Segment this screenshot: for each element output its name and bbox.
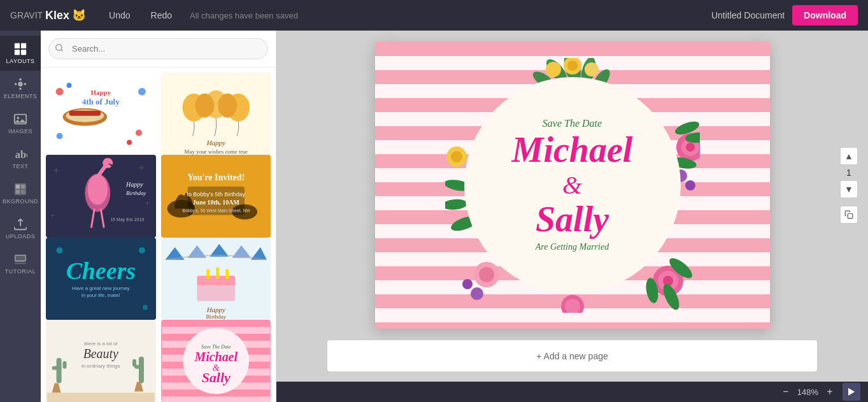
svg-text:Have a great new journey: Have a great new journey: [72, 285, 130, 291]
svg-rect-13: [16, 185, 20, 189]
svg-point-5: [15, 83, 17, 85]
svg-text:Sally: Sally: [201, 369, 230, 385]
svg-rect-77: [225, 269, 229, 278]
svg-text:Happy: Happy: [125, 181, 143, 188]
page-up-button[interactable]: ▲: [840, 147, 858, 165]
sidebar-label-text: TEXT: [12, 163, 28, 169]
sidebar-item-tutorial[interactable]: TUTORIAL: [0, 246, 41, 281]
redo-button[interactable]: Redo: [146, 8, 177, 23]
search-container: [48, 38, 268, 59]
svg-point-64: [57, 247, 63, 253]
sidebar-item-text[interactable]: abc TEXT: [0, 141, 41, 176]
template-card-dino[interactable]: You're Invited! to Bobby's 5th Birthday …: [161, 155, 271, 237]
svg-point-7: [19, 78, 22, 81]
add-page-button[interactable]: + Add a new page: [327, 340, 817, 371]
svg-rect-76: [216, 267, 219, 278]
zoom-level: 148%: [797, 387, 818, 397]
svg-text:Birthday: Birthday: [206, 313, 226, 320]
template-card-cheers[interactable]: Cheers Have a great new journey in your …: [46, 238, 156, 320]
svg-point-18: [56, 44, 62, 50]
svg-rect-84: [139, 356, 144, 383]
save-status: All changes have been saved: [190, 11, 298, 20]
svg-rect-16: [21, 190, 25, 194]
svg-point-23: [56, 88, 64, 96]
logo-gravit: GRAVIT: [10, 10, 43, 20]
sidebar-item-background[interactable]: BKGROUND: [0, 176, 41, 211]
zoom-in-button[interactable]: +: [822, 384, 837, 399]
svg-rect-83: [63, 361, 67, 368]
zoom-controls: − 148% +: [778, 384, 837, 399]
svg-text:15 May this 2018: 15 May this 2018: [110, 218, 144, 223]
svg-text:+: +: [139, 162, 144, 173]
bottom-bar: − 148% +: [276, 382, 868, 402]
svg-rect-0: [15, 43, 20, 48]
topbar-right: Untitled Document Download: [711, 5, 858, 25]
canvas-viewport: Save The Date Michael & Sally Are Gettin…: [276, 31, 868, 340]
logo: GRAVIT Klex 🐱: [10, 8, 86, 22]
logo-emoji: 🐱: [72, 8, 86, 22]
sidebar-item-layouts[interactable]: LAYOUTS: [0, 36, 41, 71]
undo-button[interactable]: Undo: [104, 8, 135, 23]
main-content: LAYOUTS ELEMENTS IMAGES abc TEXT BKGROUN…: [0, 31, 868, 402]
sidebar-label-background: BKGROUND: [3, 198, 38, 205]
svg-rect-15: [16, 190, 20, 194]
copy-page-button[interactable]: [840, 206, 858, 224]
zoom-out-button[interactable]: −: [778, 384, 793, 399]
svg-text:Beauty: Beauty: [83, 346, 118, 361]
name1-text: Michael: [512, 131, 633, 170]
svg-point-28: [127, 140, 132, 145]
template-card-birthday-balloons[interactable]: Happy May your wishes come true: [161, 73, 271, 155]
search-bar: [41, 31, 276, 68]
svg-point-25: [57, 133, 63, 140]
name2-text: Sally: [536, 200, 609, 240]
svg-rect-81: [57, 357, 62, 383]
canvas-area: Save The Date Michael & Sally Are Gettin…: [276, 31, 868, 402]
svg-point-10: [17, 117, 20, 119]
svg-text:abc: abc: [15, 148, 27, 161]
search-input[interactable]: [48, 38, 268, 59]
getting-married-text: Are Getting Married: [536, 242, 609, 252]
save-the-date-text: Save The Date: [543, 118, 602, 129]
document-title: Untitled Document: [711, 10, 785, 20]
topbar: GRAVIT Klex 🐱 Undo Redo All changes have…: [0, 0, 868, 31]
svg-point-65: [139, 247, 145, 253]
template-card-beauty[interactable]: there is a lot of Beauty in ordinary thi…: [46, 320, 156, 402]
svg-text:May your wishes come true: May your wishes come true: [184, 148, 247, 155]
svg-rect-134: [848, 213, 853, 219]
svg-rect-2: [15, 50, 20, 55]
play-button[interactable]: [843, 383, 860, 401]
and-text: &: [562, 170, 582, 200]
svg-point-66: [143, 305, 148, 310]
svg-text:Birthday: Birthday: [126, 190, 146, 196]
sidebar-item-images[interactable]: IMAGES: [0, 106, 41, 141]
svg-text:Bobby's, 50 West Main Street, : Bobby's, 50 West Main Street, NM: [182, 208, 250, 213]
svg-rect-22: [69, 111, 101, 116]
template-card-michael-sally-small[interactable]: Save The Date Michael & Sally: [161, 320, 271, 402]
main-canvas: Save The Date Michael & Sally Are Gettin…: [375, 42, 770, 329]
sidebar-item-elements[interactable]: ELEMENTS: [0, 71, 41, 106]
svg-point-27: [67, 83, 72, 88]
svg-text:+: +: [50, 212, 55, 220]
download-button[interactable]: Download: [792, 5, 858, 25]
svg-point-45: [87, 175, 108, 205]
svg-point-24: [138, 88, 146, 96]
svg-point-26: [136, 130, 142, 136]
svg-text:to Bobby's 5th Birthday: to Bobby's 5th Birthday: [187, 191, 245, 197]
svg-text:Happy: Happy: [206, 139, 225, 147]
logo-klex: Klex: [45, 9, 69, 22]
search-icon: [55, 43, 64, 55]
svg-text:Happy: Happy: [206, 306, 225, 313]
svg-point-6: [24, 83, 27, 85]
page-down-button[interactable]: ▼: [840, 180, 858, 198]
svg-rect-90: [47, 392, 155, 402]
svg-rect-82: [52, 366, 62, 370]
canvas-inner: Save The Date Michael & Sally Are Gettin…: [375, 42, 770, 329]
svg-rect-75: [206, 269, 210, 278]
sidebar-item-uploads[interactable]: UPLOADS: [0, 211, 41, 246]
sidebar-label-elements: ELEMENTS: [4, 93, 38, 99]
template-card-4th-july[interactable]: Happy 4th of July: [46, 73, 156, 155]
template-card-birthday-blue[interactable]: Happy Birthday: [161, 238, 271, 320]
template-card-flamingo[interactable]: + + + + Happy Birt: [46, 155, 156, 237]
sidebar-label-layouts: LAYOUTS: [6, 58, 35, 64]
layouts-panel: Happy 4th of July: [41, 31, 276, 402]
